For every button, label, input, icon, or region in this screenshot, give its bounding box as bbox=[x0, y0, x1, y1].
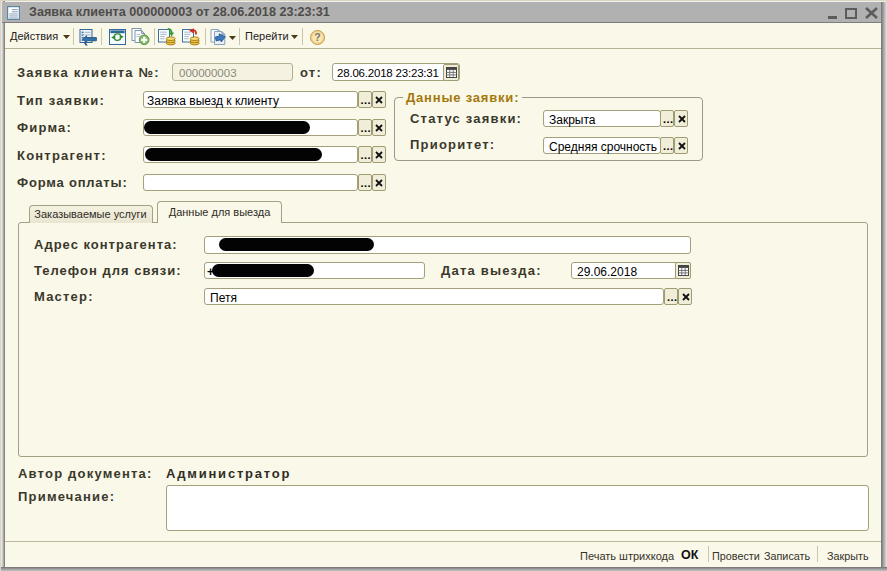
svg-text:?: ? bbox=[314, 31, 320, 43]
